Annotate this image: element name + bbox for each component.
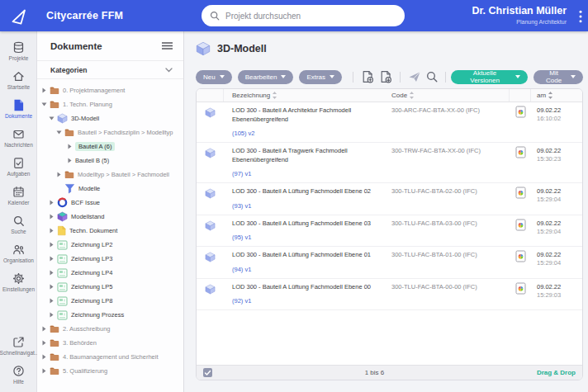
caret-down-icon[interactable] [41, 102, 47, 106]
caret-right-icon[interactable] [41, 368, 47, 374]
caret-down-icon[interactable] [56, 130, 62, 135]
caret-right-icon[interactable] [49, 312, 55, 318]
version-link[interactable]: (94) v1 [232, 266, 251, 275]
select-all-checkbox[interactable] [203, 368, 212, 377]
kategorien-section-header[interactable]: Kategorien [37, 61, 183, 79]
table-row[interactable]: LOD 300 - Bauteil A Architektur Fachmode… [197, 102, 582, 143]
tree-item[interactable]: BCF Issue [37, 196, 183, 210]
tree-item[interactable]: Zeichnung LP8 [37, 294, 183, 308]
aktuelle-versionen-filter[interactable]: Aktuelle Versionen [451, 70, 528, 84]
add-version-icon[interactable] [379, 70, 392, 83]
user-menu[interactable]: Dr. Christian Müller Planung Architektur [472, 4, 567, 25]
tree-item[interactable]: Modellstand [37, 210, 183, 224]
tree-item[interactable]: 3D-Modell [37, 111, 183, 125]
model-viewer-icon[interactable] [515, 219, 526, 247]
sidebar-item-aufgaben[interactable]: Aufgaben [0, 152, 37, 181]
sidebar-item-organisation[interactable]: Organisation [0, 239, 37, 267]
overflow-menu-icon[interactable] [579, 10, 582, 23]
caret-right-icon[interactable] [56, 172, 62, 177]
tasks-icon [12, 157, 25, 169]
version-link[interactable]: (92) v1 [232, 297, 251, 306]
table-row[interactable]: LOD 300 - Bauteil A Tragwerk Fachmodell … [197, 143, 582, 183]
model-viewer-icon[interactable] [515, 250, 526, 278]
document-code: 300-TLU-FAC-BTA-01-00 (IFC) [391, 247, 510, 278]
tree-item[interactable]: Bauteil > Fachdisziplin > Modelltyp [37, 125, 183, 139]
caret-right-icon[interactable] [49, 242, 55, 248]
tree-item[interactable]: 4. Baumanagement und Sicherheit [37, 350, 183, 364]
dropdown-caret-icon [281, 75, 286, 78]
column-header-am[interactable]: am [531, 89, 582, 102]
sidebar-item-projekte[interactable]: Projekte [0, 36, 37, 65]
project-search-input[interactable] [225, 12, 396, 21]
table-search-icon[interactable] [426, 71, 438, 83]
tree-item[interactable]: Bauteil A (6) [37, 139, 183, 153]
tree-item[interactable]: Zeichnung LP2 [37, 238, 183, 252]
caret-down-icon[interactable] [49, 116, 55, 120]
tree-item[interactable]: Zeichnung Prozess [37, 308, 183, 322]
tree-item[interactable]: 3. Behörden [37, 336, 183, 350]
project-search[interactable] [202, 5, 405, 26]
send-icon[interactable] [408, 71, 421, 83]
tree-item-label: Zeichnung LP5 [71, 283, 112, 290]
page-title: 3D-Modell [217, 43, 267, 54]
caret-right-icon[interactable] [49, 228, 55, 234]
caret-right-icon[interactable] [49, 298, 55, 304]
caret-right-icon[interactable] [67, 144, 73, 149]
add-document-icon[interactable] [361, 70, 374, 83]
caret-right-icon[interactable] [49, 256, 55, 262]
tree-item[interactable]: Techn. Dokument [37, 224, 183, 238]
sidebar-item-startseite[interactable]: Startseite [0, 65, 37, 94]
sidebar-item-dokumente[interactable]: Dokumente [0, 94, 37, 123]
neu-button[interactable]: Neu [196, 70, 232, 84]
tree-item[interactable]: 0. Projektmanagement [37, 83, 183, 97]
sidebar-item-nachrichten[interactable]: Nachrichten [0, 123, 37, 152]
caret-right-icon[interactable] [41, 87, 47, 93]
sidebar-item-kalender[interactable]: Kalender [0, 181, 37, 210]
date-cell: 09.02.2215:29:04 [531, 247, 582, 278]
caret-right-icon[interactable] [41, 340, 47, 346]
model-viewer-icon[interactable] [515, 187, 526, 215]
tree-item[interactable]: Modelle [37, 182, 183, 196]
table-row[interactable]: LOD 300 - Bauteil A Lüftung Fachmodell E… [197, 183, 582, 215]
model-viewer-icon[interactable] [515, 106, 526, 142]
caret-right-icon[interactable] [49, 214, 55, 220]
table-row[interactable]: LOD 300 - Bauteil A Lüftung Fachmodell E… [197, 247, 582, 279]
version-link[interactable]: (105) v2 [232, 130, 255, 139]
tree-item[interactable]: 2. Ausschreibung [37, 322, 183, 336]
caret-right-icon[interactable] [49, 200, 55, 205]
column-header-bezeichnung[interactable]: Bezeichnung [224, 89, 391, 102]
sidebar-item-schnellnavigation[interactable]: Schnellnavigat.. [0, 331, 37, 360]
sidebar-item-hilfe[interactable]: Hilfe [0, 360, 37, 389]
app-logo-icon[interactable] [8, 5, 30, 26]
tree-item[interactable]: Zeichnung LP4 [37, 266, 183, 280]
row-range: 1 bis 6 [212, 369, 537, 376]
sidebar-item-suche[interactable]: Suche [0, 210, 37, 239]
table-row[interactable]: LOD 300 - Bauteil A Lüftung Fachmodell E… [197, 215, 582, 248]
page-header: 3D-Modell [196, 40, 267, 57]
tree-item[interactable]: 5. Qualifizierung [37, 364, 183, 378]
extras-button[interactable]: Extras [299, 70, 342, 84]
tree-item[interactable]: Zeichnung LP5 [37, 280, 183, 294]
caret-right-icon[interactable] [49, 284, 55, 290]
version-link[interactable]: (97) v1 [232, 170, 251, 179]
sidebar-item-einstellungen[interactable]: Einstellungen [0, 267, 37, 296]
version-link[interactable]: (95) v1 [232, 234, 251, 243]
tree-item[interactable]: 1. Techn. Planung [37, 97, 183, 111]
sidebar-item-label: Suche [11, 229, 26, 234]
tree-item[interactable]: Bauteil B (5) [37, 153, 183, 168]
tree-item[interactable]: Modelltyp > Bauteil > Fachmodell [37, 168, 183, 182]
model-viewer-icon[interactable] [515, 146, 526, 182]
version-link[interactable]: (93) v1 [232, 202, 251, 211]
caret-right-icon[interactable] [41, 326, 47, 332]
caret-right-icon[interactable] [49, 270, 55, 276]
caret-right-icon[interactable] [41, 354, 47, 360]
model-viewer-icon[interactable] [515, 282, 526, 310]
mit-code-filter[interactable]: Mit Code [533, 70, 583, 84]
tree-item[interactable]: Zeichnung LP3 [37, 252, 183, 266]
panel-menu-icon[interactable] [162, 42, 173, 50]
table-row[interactable]: LOD 300 - Bauteil A Lüftung Fachmodell E… [197, 279, 582, 311]
column-header-code[interactable]: Code [391, 89, 510, 102]
caret-right-icon[interactable] [67, 158, 73, 163]
bearbeiten-button[interactable]: Bearbeiten [238, 70, 294, 84]
document-name: LOD 300 - Bauteil A Lüftung Fachmodell E… [232, 251, 385, 260]
